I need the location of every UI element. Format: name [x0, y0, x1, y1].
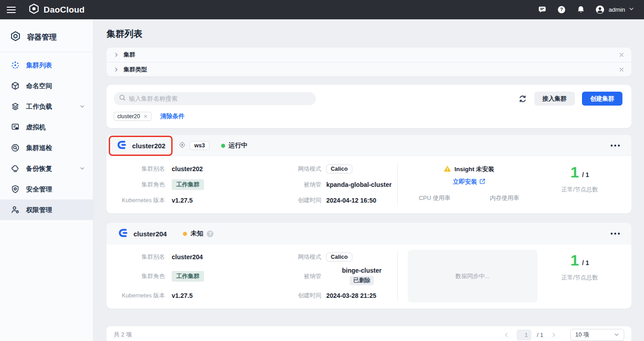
chevron-right-icon [114, 67, 119, 72]
prev-page-icon[interactable] [502, 332, 511, 338]
cluster-logo-icon [119, 228, 129, 240]
more-actions-button[interactable] [610, 230, 621, 237]
remove-filter-icon[interactable] [143, 114, 148, 119]
field-label: 网络模式 [270, 249, 321, 265]
sidebar-item-label: 备份恢复 [26, 164, 52, 173]
field-label: 集群角色 [119, 177, 165, 192]
cluster-role-tag: 工作集群 [172, 179, 204, 190]
cluster-name[interactable]: cluster204 [133, 230, 167, 238]
sidebar-item-workloads[interactable]: 工作负载 [0, 96, 93, 117]
chevron-right-icon [114, 52, 119, 58]
sidebar-item-namespace[interactable]: 命名空间 [0, 75, 93, 96]
page-size-select[interactable]: 10 项 [570, 329, 624, 341]
next-page-icon[interactable] [549, 332, 559, 338]
field-label: Kubernetes 版本 [119, 192, 165, 208]
search-icon [119, 94, 126, 103]
cluster-logo-icon [117, 140, 128, 152]
sidebar: 容器管理 集群列表 命名空间 [0, 19, 93, 341]
filter-row-cluster-type[interactable]: 集群类型 [107, 62, 631, 76]
sidebar-item-label: 工作负载 [26, 102, 52, 111]
sidebar-item-backup-restore[interactable]: 备份恢复 [0, 158, 93, 179]
sidebar-item-label: 集群列表 [26, 61, 52, 70]
sidebar-item-label: 虚拟机 [26, 123, 46, 132]
page-total-label: / 1 [537, 332, 543, 338]
notification-bell-icon[interactable] [576, 5, 586, 15]
user-menu[interactable]: admin [595, 5, 634, 15]
network-mode-tag: Calico [326, 164, 352, 173]
created-at-value: 2024-03-28 21:25 [321, 288, 397, 303]
sidebar-item-cluster-list[interactable]: 集群列表 [0, 55, 93, 75]
cluster-name[interactable]: cluster202 [132, 142, 165, 150]
filter-row-cluster[interactable]: 集群 [107, 48, 631, 62]
shield-gear-icon [11, 185, 20, 194]
close-icon[interactable] [619, 52, 624, 58]
refresh-icon[interactable] [517, 93, 528, 104]
created-at-value: 2024-04-12 16:50 [321, 192, 397, 208]
status-dot-unknown [183, 232, 187, 236]
avatar-icon [595, 5, 605, 15]
filter-label: 集群类型 [124, 66, 147, 74]
cluster-fields: 集群别名 cluster202 网络模式 Calico 集群角色 工作集群 被纳… [119, 161, 397, 208]
attach-cluster-button[interactable]: 接入集群 [534, 92, 575, 106]
filter-label: 集群 [124, 51, 135, 59]
cluster-status: 未知 [191, 230, 203, 238]
chevron-down-icon [80, 166, 85, 171]
close-icon[interactable] [619, 67, 624, 72]
sidebar-item-permissions[interactable]: 权限管理 [0, 199, 93, 220]
sidebar-item-label: 安全管理 [26, 185, 52, 194]
status-dot-running [221, 144, 225, 148]
install-now-link[interactable]: 立即安装 [453, 178, 485, 186]
inspection-magnifier-icon [11, 143, 20, 152]
menu-toggle-icon[interactable] [7, 7, 16, 13]
field-label: 创建时间 [270, 288, 321, 303]
data-sync-placeholder: 数据同步中... [408, 250, 537, 302]
sidebar-item-cluster-inspection[interactable]: 集群巡检 [0, 137, 93, 158]
nodes-ok-count: 1 [570, 164, 579, 180]
topbar: DaoCloud ? [0, 0, 644, 19]
active-filter-chip[interactable]: cluster20 [114, 112, 151, 121]
sidebar-item-security[interactable]: 安全管理 [0, 179, 93, 199]
username: admin [608, 6, 625, 13]
k8s-version-value: v1.27.5 [165, 192, 270, 208]
page-title: 集群列表 [107, 28, 631, 40]
help-icon[interactable]: ? [556, 5, 566, 15]
cluster-fields: 集群别名 cluster204 网络模式 Calico 集群角色 工作集群 被纳… [119, 249, 397, 303]
daocloud-cube-icon [28, 3, 40, 16]
field-label: 创建时间 [270, 192, 321, 208]
workspace-tag: ws3 [190, 141, 209, 150]
field-label: Kubernetes 版本 [119, 288, 165, 303]
sidebar-nav: 集群列表 命名空间 工作负载 [0, 52, 93, 220]
status-help-icon[interactable]: ? [207, 230, 213, 237]
user-gear-icon [11, 205, 20, 214]
more-actions-button[interactable] [610, 142, 621, 149]
create-cluster-button[interactable]: 创建集群 [582, 92, 622, 106]
cluster-alias: cluster202 [165, 161, 270, 177]
page-number-input[interactable] [517, 330, 531, 340]
nodes-ratio-label: 正常/节点总数 [561, 186, 598, 194]
memory-usage-label: 内存使用率 [490, 194, 519, 202]
sidebar-title: 容器管理 [0, 19, 93, 52]
search-field[interactable] [114, 92, 316, 105]
field-label: 被纳管 [270, 268, 321, 284]
search-input[interactable] [129, 95, 311, 102]
message-icon[interactable] [537, 5, 547, 15]
search-toolbar-card: 接入集群 创建集群 cluster20 清除条件 [107, 85, 631, 128]
field-label: 集群角色 [119, 268, 165, 284]
cloud-backup-icon [11, 164, 20, 173]
nodes-ratio-label: 正常/节点总数 [561, 274, 598, 282]
sidebar-item-virtual-machines[interactable]: 虚拟机 [0, 117, 93, 137]
cpu-usage-label: CPU 使用率 [419, 194, 450, 202]
container-management-icon [10, 31, 21, 44]
sidebar-item-label: 权限管理 [26, 206, 52, 214]
network-mode-tag: Calico [326, 252, 352, 261]
field-label: 网络模式 [270, 161, 321, 177]
sidebar-item-label: 命名空间 [26, 82, 52, 90]
chevron-down-icon [614, 332, 619, 337]
field-label: 集群别名 [119, 161, 165, 177]
nodes-ok-count: 1 [570, 252, 579, 268]
clear-filters-link[interactable]: 清除条件 [160, 112, 185, 120]
k8s-version-value: v1.27.5 [165, 288, 270, 303]
insight-warning-text: Insight 未安装 [454, 165, 494, 173]
warning-icon [444, 165, 451, 174]
cluster-role-tag: 工作集群 [172, 271, 204, 282]
